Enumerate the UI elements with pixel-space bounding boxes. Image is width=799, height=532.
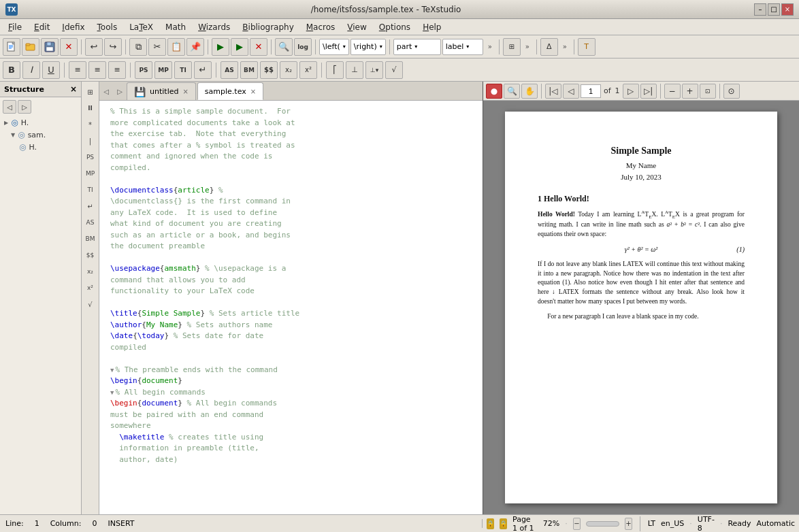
as-button[interactable]: AS <box>221 61 238 79</box>
left-icon-3[interactable]: * <box>83 117 98 132</box>
structure-dropdown[interactable]: part ▾ <box>393 39 441 55</box>
perp-arrow-button[interactable]: ⊥▾ <box>365 61 383 79</box>
copy-button[interactable]: 📋 <box>167 38 185 56</box>
compile-button[interactable]: ▶ <box>212 38 229 56</box>
menu-wizards[interactable]: Wizards <box>193 21 235 33</box>
menu-edit[interactable]: Edit <box>29 21 55 33</box>
align-left-button[interactable]: ≡ <box>69 61 86 79</box>
menu-bibliography[interactable]: Bibliography <box>237 21 299 33</box>
code-editor[interactable]: % This is a simple sample document. Form… <box>99 101 483 514</box>
inline-math-button[interactable]: $$ <box>260 61 278 79</box>
label-dropdown[interactable]: label ▾ <box>442 39 483 55</box>
struct-item-h-main[interactable]: ▶ ◎ H. <box>3 116 78 129</box>
mp-button[interactable]: MP <box>154 61 172 79</box>
perp-button[interactable]: ⊥ <box>346 61 363 79</box>
zoom-reset-btn[interactable]: ⊙ <box>723 84 740 99</box>
sqrt-button[interactable]: √ <box>385 61 403 79</box>
tab-sample[interactable]: sample.tex × <box>197 82 263 100</box>
bracket-button[interactable]: ⎡ <box>326 61 344 79</box>
window-controls[interactable]: – □ × <box>754 3 794 16</box>
paste-button[interactable]: 📌 <box>186 38 204 56</box>
structure-close-icon[interactable]: × <box>70 84 77 94</box>
redo-button[interactable]: ↪ <box>104 38 122 56</box>
underline-button[interactable]: U <box>42 61 60 79</box>
menu-view[interactable]: View <box>342 21 372 33</box>
menu-math[interactable]: Math <box>160 21 191 33</box>
preview-pan-btn[interactable]: ✋ <box>521 84 538 99</box>
ti-button[interactable]: TI <box>174 61 192 79</box>
prev-page-fwd-btn[interactable]: ▷ <box>623 84 639 99</box>
left-icon-6[interactable]: MP <box>83 166 98 181</box>
menu-idefix[interactable]: Idefix <box>56 21 90 33</box>
bm-button[interactable]: BM <box>240 61 258 79</box>
tab-untitled[interactable]: 💾 untitled × <box>127 82 196 100</box>
zoom-slider[interactable] <box>586 521 619 527</box>
cut-button[interactable]: ✂ <box>148 38 166 56</box>
menu-options[interactable]: Options <box>374 21 416 33</box>
left-icon-10[interactable]: BM <box>83 231 98 246</box>
left-icon-1[interactable]: ⊞ <box>83 84 98 99</box>
left-icon-4[interactable]: | <box>83 133 98 148</box>
bold-button[interactable]: B <box>3 61 20 79</box>
compile-view-button[interactable]: ▶ <box>231 38 248 56</box>
left-icon-9[interactable]: AS <box>83 215 98 230</box>
right-delimiter-dropdown[interactable]: \right) ▾ <box>350 39 386 55</box>
tab-untitled-close[interactable]: × <box>182 88 188 95</box>
left-icon-8[interactable]: ↵ <box>83 199 98 214</box>
zoom-out-btn[interactable]: − <box>664 84 681 99</box>
tab-sample-close[interactable]: × <box>250 88 256 95</box>
subscript-button[interactable]: x₂ <box>280 61 297 79</box>
close-doc-button[interactable]: ✕ <box>60 38 78 56</box>
prev-page-last-btn[interactable]: ▷| <box>640 84 657 99</box>
zoom-in-status-btn[interactable]: + <box>625 518 633 530</box>
menu-latex[interactable]: LaTeX <box>124 21 159 33</box>
more-button-2[interactable]: » <box>522 39 533 55</box>
find-button[interactable]: 🔍 <box>275 38 293 56</box>
zoom-in-btn[interactable]: + <box>682 84 698 99</box>
left-icon-12[interactable]: x₂ <box>83 264 98 279</box>
prev-page-back-btn[interactable]: ◁ <box>563 84 579 99</box>
left-icon-11[interactable]: $$ <box>83 248 98 263</box>
save-button[interactable] <box>41 38 59 56</box>
menu-help[interactable]: Help <box>417 21 446 33</box>
struct-back-button[interactable]: ◁ <box>3 100 16 114</box>
zoom-fit-btn[interactable]: ⊡ <box>700 84 716 99</box>
minimize-button[interactable]: – <box>754 3 766 16</box>
align-right-button[interactable]: ≡ <box>108 61 126 79</box>
struct-forward-button[interactable]: ▷ <box>18 100 31 114</box>
italic-button[interactable]: I <box>22 61 40 79</box>
preview-content[interactable]: Simple Sample My Name July 10, 2023 1 He… <box>483 101 799 514</box>
new-button[interactable] <box>3 38 20 56</box>
page-number-input[interactable] <box>581 84 601 98</box>
left-icon-14[interactable]: √ <box>83 297 98 312</box>
left-icon-13[interactable]: x² <box>83 280 98 295</box>
left-icon-2[interactable]: II <box>83 101 98 116</box>
ps-button[interactable]: PS <box>135 61 152 79</box>
log-button[interactable]: log <box>294 38 312 56</box>
left-delimiter-dropdown[interactable]: \left( ▾ <box>319 39 349 55</box>
more-button-3[interactable]: » <box>559 39 570 55</box>
tab-nav-right[interactable]: ▷ <box>113 82 127 100</box>
prev-page-first-btn[interactable]: |◁ <box>545 84 561 99</box>
undo-button[interactable]: ↩ <box>85 38 103 56</box>
align-center-button[interactable]: ≡ <box>88 61 106 79</box>
fold-arrow-2[interactable]: ▼ <box>110 389 114 396</box>
preview-zoom-in-btn[interactable]: 🔍 <box>504 84 520 99</box>
enter-button[interactable]: ↵ <box>194 61 212 79</box>
stop-button[interactable]: ✕ <box>250 38 267 56</box>
fold-arrow-1[interactable]: ▼ <box>110 367 114 373</box>
superscript-button[interactable]: x² <box>299 61 317 79</box>
left-icon-7[interactable]: TI <box>83 182 98 197</box>
open-button[interactable] <box>22 38 39 56</box>
preview-red-btn[interactable]: ● <box>486 84 502 99</box>
special-char-button[interactable]: T <box>578 38 596 56</box>
menu-tools[interactable]: Tools <box>92 21 123 33</box>
struct-item-h-sub[interactable]: ◎ H. <box>3 141 78 153</box>
left-icon-5[interactable]: PS <box>83 150 98 165</box>
copy-doc-button[interactable]: ⧉ <box>129 38 147 56</box>
more-button[interactable]: » <box>485 39 495 55</box>
struct-item-sam[interactable]: ▼ ◎ sam. <box>3 129 78 141</box>
maximize-button[interactable]: □ <box>768 3 780 16</box>
menu-macros[interactable]: Macros <box>301 21 341 33</box>
close-button[interactable]: × <box>781 3 794 16</box>
